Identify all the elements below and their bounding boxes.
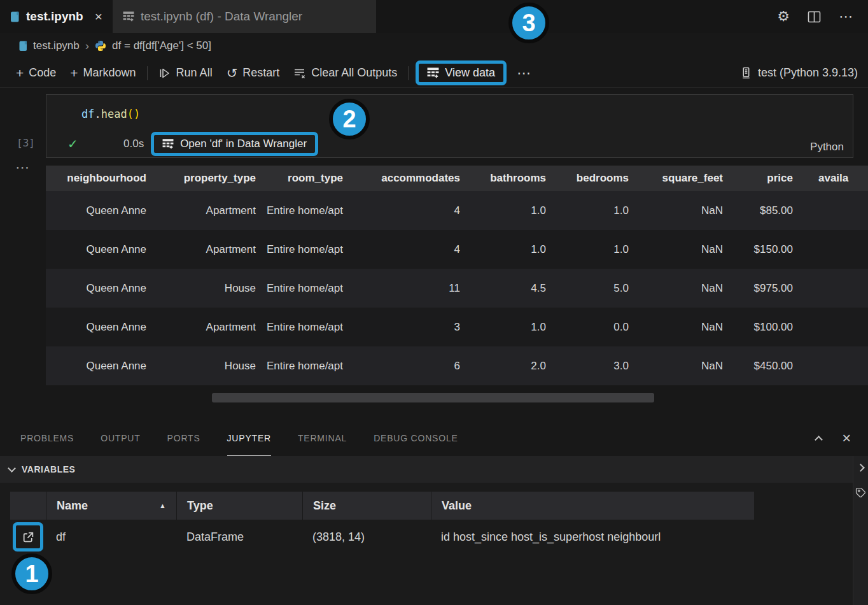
cell-room-type: Entire home/apt [265, 281, 352, 295]
name-header-label: Name [57, 499, 88, 513]
cell-square-feet: NaN [638, 204, 732, 217]
panel-tab-bar: PROBLEMS OUTPUT PORTS JUPYTER TERMINAL D… [0, 420, 868, 456]
kernel-label: test (Python 3.9.13) [758, 66, 858, 80]
tab-data-wrangler[interactable]: test.ipynb (df) - Data Wrangler [113, 0, 376, 33]
breadcrumb-symbol[interactable]: df = df[df['Age'] < 50] [112, 39, 211, 52]
cell-bathrooms: 1.0 [469, 204, 555, 217]
cell-room-type: Entire home/apt [265, 204, 352, 217]
chevron-up-icon[interactable] [815, 436, 823, 444]
cell-bedrooms: 1.0 [555, 204, 638, 217]
split-editor-icon[interactable] [808, 11, 821, 23]
column-header: square_feet [638, 171, 732, 185]
cell-more-icon[interactable]: ⋯ [15, 159, 29, 176]
launch-cell [10, 522, 46, 552]
add-code-button[interactable]: + Code [9, 63, 63, 83]
callout-badge-3: 3 [508, 3, 549, 43]
variable-name[interactable]: df [46, 530, 176, 544]
tab-notebook[interactable]: test.ipynb × [0, 0, 113, 33]
cell-room-type: Entire home/apt [265, 243, 352, 256]
view-data-button[interactable]: View data [416, 60, 507, 85]
panel-tab-output[interactable]: OUTPUT [101, 420, 140, 456]
variables-section-header[interactable]: VARIABLES [0, 456, 853, 483]
variable-value: id host_since host_is_superhost neighbou… [431, 530, 754, 544]
close-icon[interactable]: × [95, 9, 102, 24]
code-dot: . [94, 108, 101, 120]
kernel-picker-button[interactable]: test (Python 3.9.13) [740, 66, 868, 80]
variables-name-header[interactable]: Name ▲ [46, 492, 176, 520]
gear-icon[interactable]: ⚙ [777, 8, 790, 25]
toolbar-separator [147, 66, 148, 80]
column-header: bedrooms [555, 171, 638, 185]
horizontal-scrollbar[interactable] [212, 393, 654, 402]
close-panel-icon[interactable]: × [842, 431, 851, 446]
variable-type: DataFrame [176, 530, 302, 544]
value-header-label: Value [442, 499, 472, 513]
cell-accommodates: 4 [352, 243, 469, 256]
variables-size-header[interactable]: Size [302, 492, 431, 520]
cell-bathrooms: 4.5 [469, 281, 555, 295]
cell-accommodates: 4 [352, 204, 469, 217]
cell-accommodates: 6 [352, 359, 469, 373]
cell-room-type: Entire home/apt [265, 359, 352, 373]
restart-icon: ↺ [227, 66, 238, 81]
cell-bedrooms: 3.0 [555, 359, 638, 373]
clear-all-outputs-button[interactable]: Clear All Outputs [286, 64, 404, 82]
more-actions-icon[interactable]: ⋯ [839, 8, 853, 25]
panel-tab-problems[interactable]: PROBLEMS [20, 420, 74, 456]
variables-value-header[interactable]: Value [431, 492, 754, 520]
cell-accommodates: 11 [352, 281, 469, 295]
sort-asc-icon: ▲ [159, 502, 166, 509]
tag-icon[interactable] [855, 487, 866, 498]
cell-neighbourhood: Queen Anne [46, 281, 155, 295]
panel-tab-terminal[interactable]: TERMINAL [298, 420, 347, 456]
more-toolbar-actions-icon[interactable]: ⋯ [510, 62, 538, 84]
chevron-right-icon[interactable] [857, 464, 865, 472]
column-header: neighbourhood [46, 171, 155, 185]
cell-bedrooms: 1.0 [555, 243, 638, 256]
table-row: Queen Anne Apartment Entire home/apt 4 1… [46, 191, 868, 230]
panel-side-rail [853, 456, 868, 605]
plus-icon: + [70, 66, 78, 81]
cell-property-type: House [155, 281, 265, 295]
add-markdown-button[interactable]: + Markdown [63, 63, 143, 83]
variables-type-header[interactable]: Type [176, 492, 302, 520]
open-external-icon [22, 530, 35, 544]
execution-time: 0.0s [123, 138, 144, 150]
column-header: property_type [155, 171, 265, 185]
type-header-label: Type [187, 499, 213, 513]
cell-bathrooms: 1.0 [469, 320, 555, 334]
clear-outputs-icon [293, 68, 306, 79]
panel-tab-ports[interactable]: PORTS [167, 420, 200, 456]
cell-price: $150.00 [732, 243, 802, 256]
notebook-editor: [3] ⋯ df.head() ✓ 0.0s Open 'df' in Data… [0, 88, 868, 420]
vscode-window: test.ipynb × test.ipynb (df) - Data Wran… [0, 0, 868, 605]
open-variable-in-data-wrangler-button[interactable] [13, 522, 43, 552]
open-df-in-data-wrangler-button[interactable]: Open 'df' in Data Wrangler [151, 132, 318, 156]
column-header: availa [802, 171, 868, 185]
variables-grid: Name ▲ Type Size Value df DataFrame (3 [0, 483, 868, 605]
cell-language-picker[interactable]: Python [810, 141, 844, 153]
variable-size: (3818, 14) [302, 530, 431, 544]
column-header: price [732, 171, 802, 185]
data-wrangler-icon [427, 67, 439, 79]
cell-bedrooms: 5.0 [555, 281, 638, 295]
cell-property-type: Apartment [155, 204, 265, 217]
variables-icon-column [10, 492, 46, 520]
code-method: head [101, 108, 127, 120]
panel-tab-debug-console[interactable]: DEBUG CONSOLE [374, 420, 458, 456]
run-all-button[interactable]: Run All [151, 64, 220, 82]
table-row: Queen Anne House Entire home/apt 11 4.5 … [46, 269, 868, 308]
callout-badge-1: 1 [11, 553, 52, 594]
data-wrangler-icon [162, 138, 174, 150]
notebook-file-icon [19, 41, 27, 52]
code-cell: df.head() ✓ 0.0s Open 'df' in Data Wrang… [46, 94, 853, 158]
cell-price: $100.00 [732, 320, 802, 334]
restart-label: Restart [242, 66, 279, 80]
cell-neighbourhood: Queen Anne [46, 204, 155, 217]
breadcrumb-file[interactable]: test.ipynb [33, 39, 80, 52]
editor-tab-bar: test.ipynb × test.ipynb (df) - Data Wran… [0, 0, 868, 33]
view-data-label: View data [445, 66, 495, 80]
panel-tab-jupyter[interactable]: JUPYTER [227, 420, 271, 456]
cell-code-editor[interactable]: df.head() [81, 108, 140, 120]
restart-button[interactable]: ↺ Restart [220, 63, 287, 83]
